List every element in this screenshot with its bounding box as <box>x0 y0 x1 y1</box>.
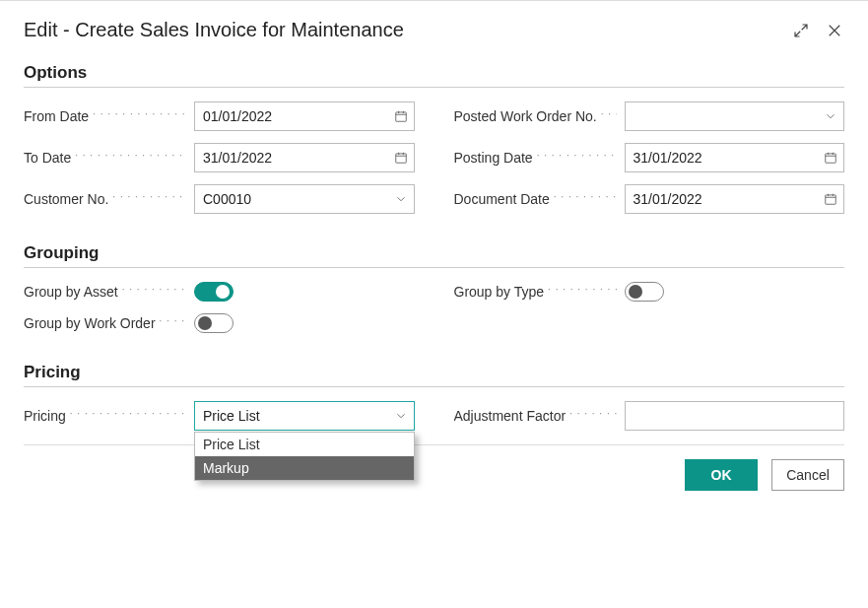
posted-wo-input[interactable] <box>625 101 845 131</box>
chevron-down-icon[interactable] <box>388 409 414 423</box>
pricing-value: Price List <box>195 408 388 424</box>
svg-rect-1 <box>395 154 406 163</box>
field-to-date: To Date 31/01/2022 <box>24 143 415 172</box>
expand-icon[interactable] <box>791 21 811 40</box>
group-by-wo-label: Group by Work Order <box>24 315 186 331</box>
from-date-value: 01/01/2022 <box>195 108 388 124</box>
pricing-select[interactable]: Price List Price List Markup <box>194 401 415 431</box>
chevron-down-icon[interactable] <box>388 192 414 206</box>
titlebar: Edit - Create Sales Invoice for Maintena… <box>24 11 844 55</box>
posting-date-value: 31/01/2022 <box>626 150 819 166</box>
field-adjustment-factor: Adjustment Factor <box>454 401 845 431</box>
dialog-title: Edit - Create Sales Invoice for Maintena… <box>24 19 404 41</box>
customer-no-input[interactable]: C00010 <box>194 184 415 214</box>
svg-rect-3 <box>826 195 836 204</box>
field-posted-work-order: Posted Work Order No. <box>454 101 845 131</box>
adjustment-label: Adjustment Factor <box>454 408 617 424</box>
field-group-by-type: Group by Type <box>454 282 845 302</box>
close-icon[interactable] <box>825 21 844 40</box>
adjustment-input[interactable] <box>625 401 845 431</box>
chevron-down-icon[interactable] <box>818 109 843 123</box>
field-from-date: From Date 01/01/2022 <box>24 101 415 131</box>
field-group-by-work-order: Group by Work Order <box>24 313 415 333</box>
to-date-label: To Date <box>24 150 186 166</box>
field-posting-date: Posting Date 31/01/2022 <box>454 143 845 172</box>
pricing-option-price-list[interactable]: Price List <box>195 433 414 456</box>
dialog-create-sales-invoice: Edit - Create Sales Invoice for Maintena… <box>0 1 868 507</box>
to-date-value: 31/01/2022 <box>195 150 388 166</box>
pricing-label: Pricing <box>24 408 186 424</box>
section-grouping-head: Grouping <box>24 243 844 268</box>
pricing-grid: Pricing Price List Price List Markup Adj… <box>24 401 844 431</box>
group-by-wo-toggle[interactable] <box>194 313 234 333</box>
customer-no-label: Customer No. <box>24 191 186 207</box>
title-actions <box>791 21 844 40</box>
field-customer-no: Customer No. C00010 <box>24 184 415 214</box>
grouping-grid: Group by Asset Group by Type Group by Wo… <box>24 282 844 333</box>
document-date-value: 31/01/2022 <box>626 191 819 207</box>
footer: OK Cancel <box>24 459 844 491</box>
section-options-head: Options <box>24 63 844 88</box>
group-by-asset-label: Group by Asset <box>24 284 186 300</box>
to-date-input[interactable]: 31/01/2022 <box>194 143 415 172</box>
posted-wo-label: Posted Work Order No. <box>454 108 617 124</box>
group-by-type-toggle[interactable] <box>625 282 664 302</box>
calendar-icon[interactable] <box>388 151 414 165</box>
field-document-date: Document Date 31/01/2022 <box>454 184 845 214</box>
posting-date-input[interactable]: 31/01/2022 <box>625 143 845 172</box>
from-date-input[interactable]: 01/01/2022 <box>194 101 415 131</box>
cancel-button[interactable]: Cancel <box>771 459 844 491</box>
section-pricing-head: Pricing <box>24 363 844 387</box>
ok-button[interactable]: OK <box>685 459 758 491</box>
svg-rect-0 <box>395 112 406 121</box>
group-by-type-label: Group by Type <box>454 284 617 300</box>
field-pricing: Pricing Price List Price List Markup <box>24 401 415 431</box>
calendar-icon[interactable] <box>818 151 843 165</box>
options-grid: From Date 01/01/2022 Posted Work Order N… <box>24 101 844 214</box>
document-date-input[interactable]: 31/01/2022 <box>625 184 845 214</box>
calendar-icon[interactable] <box>388 109 414 123</box>
field-group-by-asset: Group by Asset <box>24 282 415 302</box>
customer-no-value: C00010 <box>195 191 388 207</box>
group-by-asset-toggle[interactable] <box>194 282 234 302</box>
calendar-icon[interactable] <box>818 192 843 206</box>
posting-date-label: Posting Date <box>454 150 617 166</box>
pricing-dropdown-list: Price List Markup <box>194 432 415 481</box>
pricing-option-markup[interactable]: Markup <box>195 456 414 480</box>
from-date-label: From Date <box>24 108 186 124</box>
document-date-label: Document Date <box>454 191 617 207</box>
svg-rect-2 <box>826 154 836 163</box>
footer-separator <box>24 444 844 445</box>
